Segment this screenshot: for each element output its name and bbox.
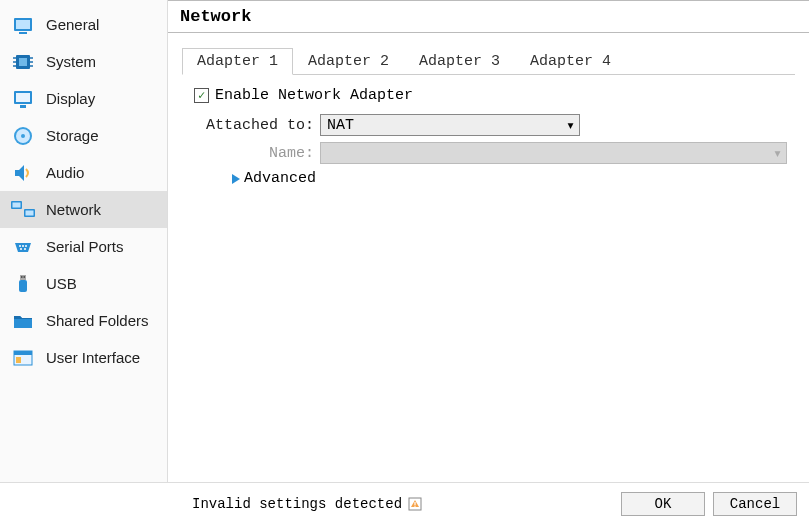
sidebar-item-label: User Interface xyxy=(46,349,140,366)
advanced-toggle[interactable]: Advanced xyxy=(232,170,787,187)
usb-icon xyxy=(10,271,36,297)
network-icon xyxy=(10,197,36,223)
attached-to-value: NAT xyxy=(327,117,354,134)
speaker-icon xyxy=(10,160,36,186)
sidebar-item-storage[interactable]: Storage xyxy=(0,117,167,154)
svg-point-21 xyxy=(19,245,21,247)
svg-rect-28 xyxy=(21,276,23,278)
svg-rect-27 xyxy=(19,280,27,292)
svg-rect-1 xyxy=(16,20,30,29)
svg-point-24 xyxy=(20,248,22,250)
name-select: ▾ xyxy=(320,142,787,164)
svg-point-25 xyxy=(24,248,26,250)
svg-rect-12 xyxy=(16,93,30,102)
sidebar-item-user-interface[interactable]: User Interface xyxy=(0,339,167,376)
display-icon xyxy=(10,86,36,112)
sidebar-item-label: Storage xyxy=(46,127,99,144)
sidebar-item-shared-folders[interactable]: Shared Folders xyxy=(0,302,167,339)
sidebar-item-label: General xyxy=(46,16,99,33)
svg-rect-34 xyxy=(414,502,415,505)
sidebar-item-label: USB xyxy=(46,275,77,292)
attached-to-label: Attached to: xyxy=(190,117,320,134)
svg-rect-26 xyxy=(20,275,26,280)
tab-adapter-2[interactable]: Adapter 2 xyxy=(293,48,404,75)
expand-icon xyxy=(232,174,240,184)
svg-rect-31 xyxy=(14,351,32,355)
sidebar-item-label: Serial Ports xyxy=(46,238,124,255)
sidebar-item-system[interactable]: System xyxy=(0,43,167,80)
adapter-tabs: Adapter 1 Adapter 2 Adapter 3 Adapter 4 xyxy=(182,47,795,75)
sidebar-item-network[interactable]: Network xyxy=(0,191,167,228)
sidebar-item-label: Shared Folders xyxy=(46,312,149,329)
svg-rect-4 xyxy=(19,58,27,66)
advanced-label: Advanced xyxy=(244,170,316,187)
sidebar-item-usb[interactable]: USB xyxy=(0,265,167,302)
sidebar-item-label: Network xyxy=(46,201,101,218)
svg-rect-35 xyxy=(414,506,415,507)
svg-point-23 xyxy=(25,245,27,247)
tab-adapter-3[interactable]: Adapter 3 xyxy=(404,48,515,75)
sidebar-item-label: Display xyxy=(46,90,95,107)
svg-rect-2 xyxy=(19,32,27,34)
enable-adapter-label: Enable Network Adapter xyxy=(215,87,413,104)
footer: Invalid settings detected OK Cancel xyxy=(0,487,809,521)
svg-rect-19 xyxy=(13,202,21,207)
main-panel: Network Adapter 1 Adapter 2 Adapter 3 Ad… xyxy=(168,0,809,482)
name-label: Name: xyxy=(190,145,320,162)
svg-rect-32 xyxy=(16,357,21,363)
attached-to-select[interactable]: NAT ▾ xyxy=(320,114,580,136)
ok-button[interactable]: OK xyxy=(621,492,705,516)
disk-icon xyxy=(10,123,36,149)
svg-rect-20 xyxy=(26,210,34,215)
cancel-button[interactable]: Cancel xyxy=(713,492,797,516)
page-title: Network xyxy=(168,1,809,33)
tab-adapter-4[interactable]: Adapter 4 xyxy=(515,48,626,75)
svg-point-16 xyxy=(21,134,25,138)
status-message: Invalid settings detected xyxy=(192,496,402,512)
warning-icon xyxy=(408,497,422,511)
sidebar-item-label: System xyxy=(46,53,96,70)
sidebar: General System Display Storage Audio xyxy=(0,0,168,482)
ui-icon xyxy=(10,345,36,371)
sidebar-item-serial-ports[interactable]: Serial Ports xyxy=(0,228,167,265)
dropdown-icon: ▾ xyxy=(773,144,782,163)
sidebar-item-display[interactable]: Display xyxy=(0,80,167,117)
dropdown-icon: ▾ xyxy=(566,116,575,135)
svg-point-22 xyxy=(22,245,24,247)
enable-adapter-checkbox[interactable]: ✓ xyxy=(194,88,209,103)
sidebar-item-label: Audio xyxy=(46,164,84,181)
folder-icon xyxy=(10,308,36,334)
sidebar-item-audio[interactable]: Audio xyxy=(0,154,167,191)
serial-port-icon xyxy=(10,234,36,260)
svg-rect-29 xyxy=(24,276,26,278)
tab-adapter-1[interactable]: Adapter 1 xyxy=(182,48,293,75)
svg-rect-13 xyxy=(20,105,26,108)
sidebar-item-general[interactable]: General xyxy=(0,6,167,43)
chip-icon xyxy=(10,49,36,75)
general-icon xyxy=(10,12,36,38)
